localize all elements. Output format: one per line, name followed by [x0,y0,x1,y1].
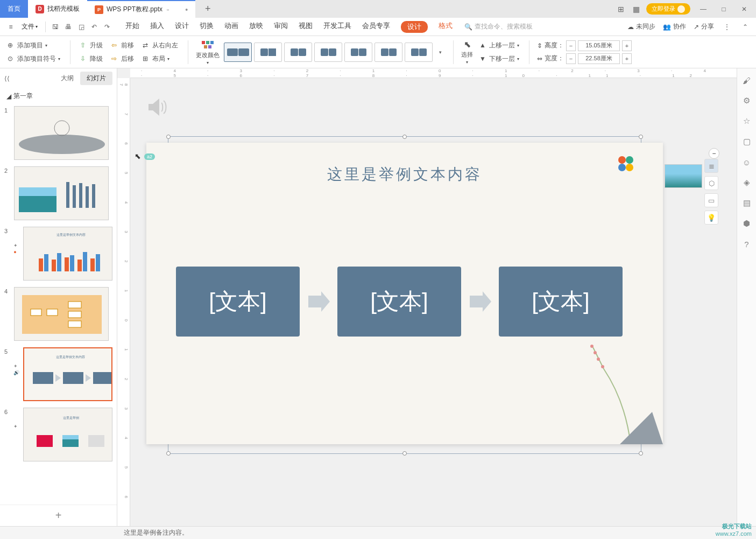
smartart-style-6[interactable] [375,43,402,62]
thumb-3[interactable]: 这里是举例文本内容 [23,227,112,281]
expand-icon[interactable]: ⌃ [740,22,751,32]
outline-tab[interactable]: 大纲 [54,72,80,85]
maximize-button[interactable]: □ [716,4,731,15]
menu-start[interactable]: 开始 [125,21,139,33]
preview-icon[interactable]: ◲ [76,22,87,32]
smartart-style-3[interactable] [284,43,312,62]
menu-insert[interactable]: 插入 [150,21,164,33]
menu-design-pill[interactable]: 设计 [401,21,428,33]
canvas[interactable]: ⬉ a2 这里是举例文本内容 [文本] [130,78,724,526]
menu-member[interactable]: 会员专享 [362,21,390,33]
demote-button[interactable]: ⇩降级 [78,53,105,65]
face-icon[interactable]: ☺ [741,157,752,167]
menu-view[interactable]: 视图 [299,21,313,33]
move-up-button[interactable]: ▲上移一层▾ [477,40,521,51]
move-after-button[interactable]: ⇨后移 [109,53,136,65]
menu-design[interactable]: 设计 [175,21,189,33]
rect-tool-icon[interactable]: ▭ [704,193,718,207]
move-before-button[interactable]: ⇦前移 [109,40,136,51]
tab-close-icon[interactable]: • [185,5,188,14]
inserted-image[interactable] [665,164,702,188]
thumb-4[interactable] [14,287,109,341]
menu-icon[interactable]: ≡ [5,22,16,32]
sliders-icon[interactable]: ⚙ [741,95,752,106]
file-menu[interactable]: 文件▾ [22,22,38,31]
search-input[interactable]: 🔍 查找命令、搜索模板 [464,22,533,31]
smartart-style-7[interactable] [405,43,433,62]
collab-button[interactable]: 👥协作 [663,22,686,31]
width-input[interactable]: 22.58厘米 [578,53,620,64]
change-color-button[interactable]: 更改颜色▾ [196,39,220,65]
thumb-6[interactable]: 这里是举例 [23,408,112,461]
select-button[interactable]: ⬉ 选择▾ [461,39,473,65]
slide-canvas[interactable]: 这里是举例文本内容 [文本] [文本] [文本] [146,143,663,444]
flow-box-2[interactable]: [文本] [337,267,461,337]
slide-title[interactable]: 这里是举例文本内容 [146,164,663,185]
section-header[interactable]: ◢第一章 [0,88,117,104]
menu-devtools[interactable]: 开发工具 [323,21,351,33]
diamond-icon[interactable]: ◈ [741,177,752,188]
menu-animation[interactable]: 动画 [224,21,238,33]
idea-tool-icon[interactable]: 💡 [704,211,718,225]
zoom-out-button[interactable]: − [709,148,719,159]
notes-text[interactable]: 这里是举例备注内容。 [124,528,188,537]
minimize-button[interactable]: — [696,4,711,15]
login-button[interactable]: 立即登录 [646,3,690,15]
unsync-button[interactable]: ☁未同步 [627,22,655,31]
comment-marker[interactable]: a2 [144,153,155,160]
slides-tab[interactable]: 幻灯片 [80,72,112,85]
tab-home[interactable]: 首页 [0,0,28,18]
star-icon[interactable]: ☆ [741,116,752,127]
thumb-1[interactable] [14,106,109,160]
brush-icon[interactable]: 🖌 [741,75,752,86]
height-input[interactable]: 15.05厘米 [578,40,620,51]
smartart-style-5[interactable] [344,43,372,62]
flow-box-1[interactable]: [文本] [176,267,300,337]
smartart-style-1[interactable] [224,43,252,62]
menu-slideshow[interactable]: 放映 [249,21,263,33]
close-button[interactable]: ✕ [737,4,752,15]
menu-format[interactable]: 格式 [439,21,453,33]
tab-add-button[interactable]: + [200,1,216,17]
smartart-style-4[interactable] [314,43,342,62]
thumb-2[interactable] [14,166,109,220]
height-minus[interactable]: − [566,40,576,51]
share-icon: ↗ [694,23,699,31]
menu-transition[interactable]: 切换 [200,21,214,33]
gallery-more-icon[interactable]: ▾ [435,47,446,58]
layers-tool-icon[interactable]: ≣ [704,159,718,173]
cube-icon[interactable]: ⬢ [741,218,752,229]
tab-menu-icon[interactable]: ▫ [167,6,169,13]
move-down-button[interactable]: ▼下移一层▾ [477,53,521,65]
height-plus[interactable]: + [622,40,632,51]
more-icon[interactable]: ⋮ [722,22,732,32]
tab-templates[interactable]: D 找稻壳模板 [28,0,87,18]
screen-icon[interactable]: ▢ [741,136,752,147]
redo-icon[interactable]: ↷ [102,22,112,32]
add-item-button[interactable]: ⊕添加项目▾ [5,40,62,51]
promote-button[interactable]: ⇧升级 [78,40,105,51]
rtl-button[interactable]: ⇄从右向左 [140,40,180,51]
add-slide-button[interactable]: + [0,505,117,526]
layout-grid-icon[interactable]: ⊞ [616,4,626,14]
undo-icon[interactable]: ↶ [89,22,100,32]
width-minus[interactable]: − [566,53,576,64]
smartart-style-2[interactable] [254,43,282,62]
width-plus[interactable]: + [622,53,632,64]
book-icon[interactable]: ▤ [741,198,752,208]
share-button[interactable]: ↗分享 [694,22,714,31]
collapse-panel-icon[interactable]: ⟨⟨ [4,75,10,82]
print-icon[interactable]: 🖶 [63,22,74,32]
menu-review[interactable]: 审阅 [274,21,288,33]
add-bullet-button[interactable]: ⊙添加项目符号▾ [5,53,62,65]
height-icon: ⇕ [537,42,542,50]
save-icon[interactable]: 🖫 [50,22,61,32]
shape-tool-icon[interactable]: ⬡ [704,176,718,190]
help-icon[interactable]: ? [741,239,752,249]
audio-icon[interactable] [145,94,171,120]
tab-templates-label: 找稻壳模板 [47,4,80,13]
layout-button[interactable]: ⊞布局▾ [140,53,180,65]
tab-file[interactable]: P WPS PPT教程.pptx ▫ • [87,0,195,18]
apps-icon[interactable]: ▦ [631,4,641,14]
thumb-5[interactable]: 这里是举例文本内容 [23,347,112,401]
